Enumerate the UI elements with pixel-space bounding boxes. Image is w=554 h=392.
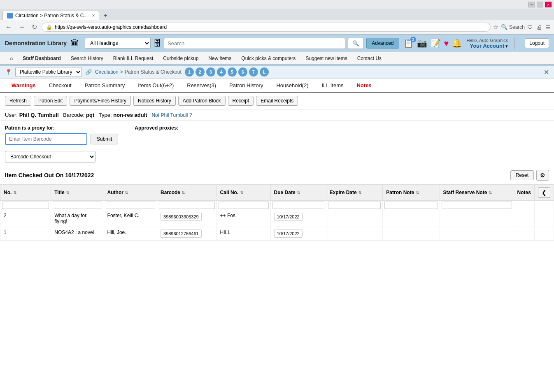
url-input[interactable] [55, 24, 486, 30]
filter-author-input[interactable] [106, 202, 155, 209]
cell-no: 2 [0, 210, 51, 227]
tab-patron-history[interactable]: Patron History [223, 79, 270, 92]
sort-icon[interactable]: ⇅ [297, 190, 300, 195]
logout-button[interactable]: Logout [525, 38, 549, 48]
submit-button[interactable]: Submit [91, 134, 118, 144]
receipt-button[interactable]: Receipt [228, 96, 254, 106]
menu-icon[interactable]: ☰ [545, 24, 551, 30]
library-select[interactable]: Platteville Public Library [15, 67, 82, 77]
filter-expire-date-input[interactable] [328, 202, 381, 209]
cell-action [534, 210, 554, 227]
maximize-button[interactable]: □ [537, 2, 543, 7]
nav-home-icon[interactable]: ⌂ [5, 52, 18, 65]
filter-barcode [157, 201, 217, 210]
filter-barcode-input[interactable] [159, 202, 215, 209]
back-button[interactable]: ← [3, 23, 14, 32]
camera-icon-wrapper[interactable]: 📷 [417, 38, 427, 48]
payments-fines-button[interactable]: Payments/Fines History [70, 96, 131, 106]
add-patron-block-button[interactable]: Add Patron Block [178, 96, 226, 106]
lock-icon: 🔒 [46, 24, 52, 30]
tab-checkout[interactable]: Checkout [42, 79, 78, 92]
close-window-button[interactable]: × [545, 2, 552, 7]
nav-suggest[interactable]: Suggest new items [300, 52, 352, 65]
tab-household[interactable]: Household(2) [270, 79, 315, 92]
circle-6[interactable]: 6 [238, 67, 247, 77]
cell-author: Foster, Kelli C. [104, 210, 157, 227]
settings-gear-button[interactable]: ⚙ [536, 170, 549, 181]
tab-notes[interactable]: Notes [350, 79, 378, 92]
print-icon[interactable]: 🖨 [536, 24, 542, 30]
circle-1[interactable]: 1 [185, 67, 194, 77]
notices-history-button[interactable]: Notices History [133, 96, 176, 106]
browser-tab[interactable]: Circulation > Patron Status & C... × [2, 11, 99, 20]
filter-due-date-input[interactable] [272, 202, 324, 209]
bell-icon-wrapper[interactable]: 🔔 [452, 38, 462, 48]
circle-2[interactable]: 2 [196, 67, 205, 77]
bell-icon: 🔔 [452, 39, 462, 48]
item-barcode-input[interactable] [5, 133, 87, 145]
search-button[interactable]: 🔍 [348, 38, 364, 49]
sort-icon[interactable]: ⇅ [125, 190, 128, 195]
tab-patron-summary[interactable]: Patron Summary [78, 79, 132, 92]
proxy-for-area: Patron is a proxy for: Submit [5, 125, 118, 145]
nav-staff-dashboard[interactable]: Staff Dashboard [18, 52, 66, 65]
sort-icon[interactable]: ⇅ [358, 190, 361, 195]
checklist-icon-wrapper[interactable]: 📋 3 [403, 38, 414, 48]
email-receipts-button[interactable]: Email Receipts [256, 96, 298, 106]
forward-button[interactable]: → [16, 23, 27, 32]
circle-l[interactable]: L [260, 67, 269, 77]
new-tab-button[interactable]: + [101, 11, 109, 20]
circle-4[interactable]: 4 [217, 67, 226, 77]
patron-edit-button[interactable]: Patron Edit [34, 96, 67, 106]
tabs-row: Warnings Checkout Patron Summary Items O… [0, 79, 554, 93]
circle-5[interactable]: 5 [228, 67, 237, 77]
reset-button[interactable]: Reset [510, 170, 534, 180]
barcode-value-cell: 39896012766461 [161, 230, 202, 238]
advanced-search-button[interactable]: Advanced [366, 38, 399, 49]
back-arrow-button[interactable]: ❮ [538, 187, 550, 198]
nav-curbside[interactable]: Curbside pickup [158, 52, 203, 65]
circle-7[interactable]: 7 [249, 67, 258, 77]
tab-ill-items[interactable]: ILL Items [315, 79, 350, 92]
breadcrumb-close-button[interactable]: ✕ [544, 68, 549, 76]
main-search-input[interactable] [164, 38, 345, 49]
cell-patron-note [383, 210, 440, 227]
filter-staff-reserve-note-input[interactable] [442, 202, 512, 209]
checkout-type-select[interactable]: Barcode Checkout Other Option [5, 151, 95, 162]
bookmark-icon[interactable]: ☆ [493, 23, 498, 31]
database-icon[interactable]: 🗄 [153, 39, 161, 48]
nav-blank-ill[interactable]: Blank ILL Request [108, 52, 158, 65]
nav-new-items[interactable]: New items [203, 52, 236, 65]
user-label: User: [5, 112, 18, 118]
filter-title-input[interactable] [53, 202, 102, 209]
tab-close-button[interactable]: × [92, 13, 95, 19]
sort-icon[interactable]: ⇅ [182, 190, 185, 195]
sort-icon[interactable]: ⇅ [240, 190, 243, 195]
nav-quick-picks[interactable]: Quick picks & computers [236, 52, 300, 65]
circle-3[interactable]: 3 [206, 67, 215, 77]
tab-items-out[interactable]: Items Out(6+2) [131, 79, 180, 92]
filter-call-no-input[interactable] [219, 202, 269, 209]
heart-icon-wrapper[interactable]: ♥ [444, 39, 449, 48]
tab-reserves[interactable]: Reserves(3) [180, 79, 223, 92]
sort-icon[interactable]: ⇅ [489, 190, 492, 195]
tab-warnings[interactable]: Warnings [5, 79, 42, 92]
list-icon-wrapper[interactable]: 📝 [431, 38, 441, 48]
sort-icon[interactable]: ⇅ [13, 190, 16, 195]
nav-search-history[interactable]: Search History [66, 52, 108, 65]
sort-icon[interactable]: ⇅ [416, 190, 419, 195]
minimize-button[interactable]: ─ [528, 2, 535, 7]
account-link[interactable]: Your Account [470, 43, 504, 49]
filter-no-input[interactable] [2, 202, 49, 209]
breadcrumb-circulation-link[interactable]: Circulation [95, 69, 119, 75]
nav-contact[interactable]: Contact Us [352, 52, 386, 65]
heading-select[interactable]: All Headings Title Author Subject [85, 38, 151, 49]
not-user-link[interactable]: Not Phil Turnbull ? [151, 112, 192, 118]
sort-icon[interactable]: ⇅ [66, 190, 69, 195]
action-buttons-row: Refresh Patron Edit Payments/Fines Histo… [0, 93, 554, 109]
col-due-date: Due Date ⇅ [270, 185, 326, 201]
refresh-button[interactable]: Refresh [5, 96, 31, 106]
filter-patron-note-input[interactable] [384, 202, 438, 209]
refresh-button[interactable]: ↻ [30, 22, 39, 32]
user-info-row: User: Phil Q. Turnbull Barcode: pqt Type… [0, 109, 554, 121]
